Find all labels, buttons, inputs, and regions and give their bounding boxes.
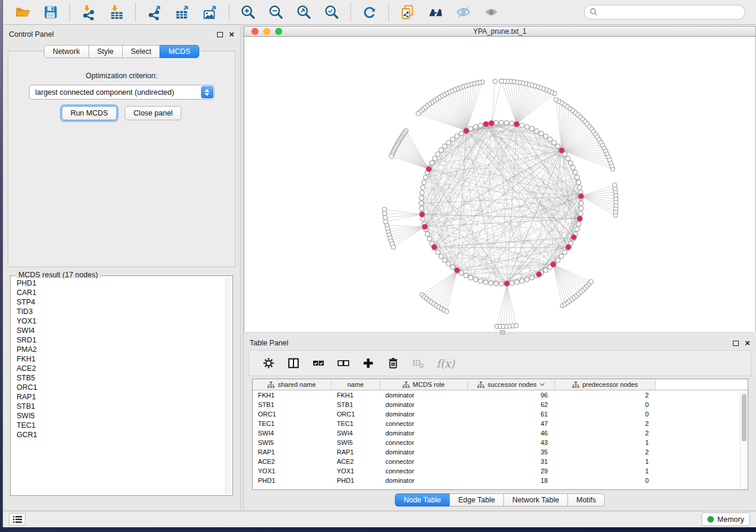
network-node[interactable] [559, 254, 564, 259]
table-row[interactable]: PHD1PHD1dominator180 [253, 476, 748, 485]
network-node[interactable] [509, 281, 514, 286]
network-node[interactable] [576, 222, 581, 226]
column-header-shared-name[interactable]: shared name [253, 379, 331, 390]
mcds-hub-node[interactable] [454, 268, 460, 273]
network-node[interactable] [519, 278, 524, 283]
mcds-hub-node[interactable] [504, 281, 509, 286]
mcds-hub-node[interactable] [432, 244, 437, 249]
horizontal-split-divider[interactable] [244, 332, 756, 334]
satellite-node[interactable] [391, 245, 396, 249]
mcds-result-item[interactable]: SRD1 [12, 335, 225, 345]
network-node[interactable] [468, 275, 473, 280]
mcds-result-item[interactable]: TEC1 [12, 421, 225, 430]
network-node[interactable] [489, 281, 493, 286]
mcds-result-item[interactable]: FKH1 [12, 354, 225, 364]
network-node[interactable] [499, 120, 504, 125]
table-row[interactable]: TEC1TEC1connector472 [253, 419, 748, 428]
mcds-hub-node[interactable] [422, 224, 428, 229]
network-node[interactable] [446, 261, 451, 266]
network-node[interactable] [551, 140, 556, 145]
network-node[interactable] [525, 277, 529, 282]
mcds-result-item[interactable]: PHD1 [12, 278, 225, 288]
network-node[interactable] [539, 131, 544, 136]
network-node[interactable] [455, 134, 460, 139]
export-image-button[interactable] [199, 3, 222, 21]
network-node[interactable] [566, 156, 570, 161]
add-column-button[interactable] [362, 357, 375, 370]
network-node[interactable] [575, 175, 579, 180]
table-row[interactable]: FKH1FKH1dominator962 [253, 390, 748, 400]
mcds-result-item[interactable]: YOX1 [12, 316, 225, 326]
column-header-mcds-role[interactable]: MCDS role [380, 379, 468, 390]
delete-column-button[interactable] [387, 357, 400, 370]
float-panel-button[interactable] [217, 32, 223, 37]
divider-grip-icon[interactable] [500, 330, 505, 335]
network-node[interactable] [423, 175, 428, 180]
mcds-list-scrollbar[interactable] [225, 277, 231, 494]
zoom-out-button[interactable] [264, 3, 288, 21]
mcds-result-item[interactable]: GCR1 [12, 430, 225, 440]
mcds-result-item[interactable]: SWI5 [12, 411, 225, 421]
tab-network[interactable]: Network [44, 45, 89, 58]
zoom-fit-button[interactable] [292, 3, 315, 21]
close-panel-button[interactable]: × [229, 31, 234, 37]
tab-node-table[interactable]: Node Table [395, 493, 450, 507]
satellite-node[interactable] [444, 309, 449, 314]
mcds-result-item[interactable]: CAR1 [12, 288, 225, 297]
network-node[interactable] [519, 123, 524, 128]
mcds-hub-node[interactable] [571, 235, 576, 240]
mcds-hub-node[interactable] [483, 121, 489, 127]
mcds-result-item[interactable]: PMA2 [12, 345, 225, 354]
network-node[interactable] [442, 144, 447, 149]
network-node[interactable] [563, 250, 567, 255]
export-table-button[interactable] [171, 3, 194, 21]
network-node[interactable] [509, 121, 514, 126]
network-node[interactable] [556, 258, 560, 262]
mcds-result-item[interactable]: TID3 [12, 307, 225, 316]
network-node[interactable] [483, 280, 488, 284]
close-table-panel-button[interactable]: × [745, 340, 750, 346]
mcds-hub-node[interactable] [489, 120, 494, 126]
network-node[interactable] [548, 137, 553, 142]
mcds-hub-node[interactable] [566, 244, 571, 249]
mcds-hub-node[interactable] [551, 262, 556, 267]
network-node[interactable] [420, 190, 425, 195]
search-input[interactable] [584, 5, 745, 20]
network-node[interactable] [575, 227, 579, 232]
satellite-node[interactable] [493, 79, 497, 84]
network-node[interactable] [499, 281, 504, 286]
network-node[interactable] [442, 258, 447, 262]
table-row[interactable]: RAP1RAP1dominator352 [253, 447, 748, 457]
network-node[interactable] [571, 165, 576, 170]
network-node[interactable] [515, 280, 519, 284]
criterion-select[interactable]: largest connected component (undirected) [29, 85, 215, 100]
network-node[interactable] [579, 206, 583, 211]
network-node[interactable] [479, 123, 483, 128]
network-node[interactable] [494, 281, 499, 286]
satellite-node[interactable] [554, 97, 559, 102]
satellite-node[interactable] [383, 215, 388, 220]
satellite-node[interactable] [382, 211, 387, 216]
memory-button[interactable]: Memory [701, 512, 750, 526]
table-row[interactable]: STB1STB1dominator620 [253, 400, 748, 409]
mcds-hub-node[interactable] [578, 194, 583, 199]
satellite-node[interactable] [389, 154, 394, 159]
network-node[interactable] [419, 196, 424, 200]
mcds-hub-node[interactable] [559, 148, 564, 153]
table-row[interactable]: SWI5SWI5connector431 [253, 438, 748, 447]
network-node[interactable] [439, 148, 444, 152]
network-node[interactable] [450, 137, 455, 142]
close-mcds-panel-button[interactable]: Close panel [125, 106, 181, 120]
network-node[interactable] [419, 206, 424, 211]
network-node[interactable] [556, 144, 560, 149]
satellite-node[interactable] [589, 280, 594, 284]
run-mcds-button[interactable]: Run MCDS [62, 106, 117, 120]
refresh-button[interactable] [358, 3, 381, 21]
mcds-hub-node[interactable] [426, 166, 432, 172]
network-node[interactable] [432, 156, 437, 161]
network-canvas[interactable] [244, 37, 756, 332]
tab-network-table[interactable]: Network Table [503, 493, 568, 507]
column-header-name[interactable]: name [331, 379, 380, 390]
select-all-button[interactable] [312, 357, 325, 370]
tab-edge-table[interactable]: Edge Table [449, 493, 504, 507]
